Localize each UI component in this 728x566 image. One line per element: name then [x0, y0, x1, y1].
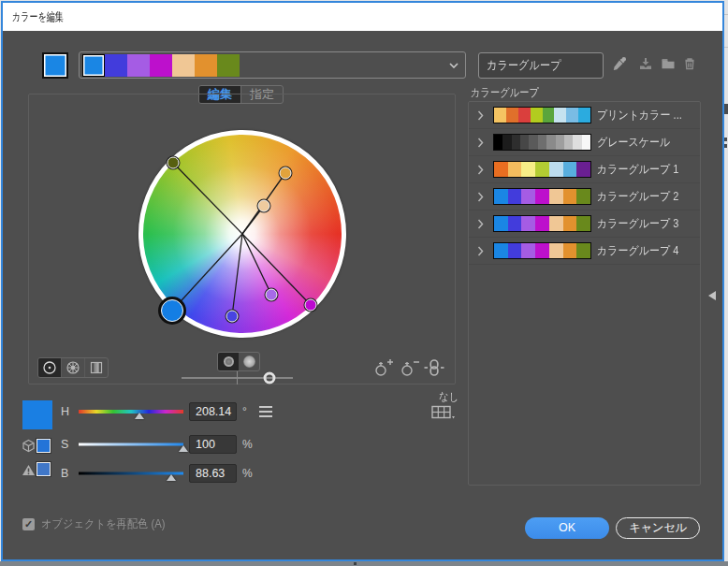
segmented-color-wheel-button[interactable] — [62, 358, 85, 377]
backdrop-mark — [724, 138, 727, 141]
eyedropper-icon[interactable] — [611, 55, 628, 72]
hsb-slider-track[interactable] — [79, 410, 183, 414]
harmony-color-chip[interactable] — [172, 54, 195, 77]
color-marker[interactable] — [280, 167, 292, 180]
color-marker-selected[interactable] — [161, 299, 183, 322]
trash-icon[interactable] — [681, 55, 698, 72]
swatch — [549, 162, 563, 177]
swatch — [549, 189, 563, 204]
link-harmony-colors-icon[interactable] — [423, 357, 445, 378]
color-group-name: カラーグループ 4 — [597, 238, 690, 264]
swatch — [563, 243, 577, 258]
swatch — [531, 108, 543, 123]
smooth-color-wheel-button[interactable] — [38, 358, 62, 377]
chevron-right-icon[interactable] — [477, 192, 484, 202]
chevron-right-icon[interactable] — [477, 138, 484, 148]
hsb-slider-handle[interactable] — [167, 474, 176, 481]
cancel-button[interactable]: キャンセル — [616, 517, 700, 539]
color-group-name-input[interactable]: カラーグループ — [478, 52, 604, 79]
harmony-color-chip[interactable] — [195, 54, 217, 77]
chevron-right-icon[interactable] — [477, 219, 484, 229]
color-marker[interactable] — [226, 311, 239, 323]
color-group-name-value: カラーグループ — [487, 53, 561, 78]
swatch — [543, 108, 555, 123]
harmony-rule-dropdown[interactable] — [79, 51, 466, 79]
chevron-down-icon — [449, 63, 459, 68]
swatch — [502, 135, 511, 150]
hsb-slider-track[interactable] — [79, 443, 183, 445]
app-behind-bottom-sliver — [0, 561, 728, 566]
color-marker[interactable] — [258, 200, 270, 212]
color-group-name-text: カラーグループ 4 — [597, 238, 678, 264]
brightness-slider-handle[interactable] — [264, 372, 276, 385]
color-group-swatch-strip — [493, 161, 591, 178]
dialog-title: カラーを編集 — [12, 3, 64, 31]
color-group-row[interactable]: カラーグループ 2 — [469, 183, 700, 210]
color-group-name-text: グレースケール — [597, 129, 670, 155]
remove-color-icon[interactable] — [399, 357, 421, 378]
color-group-swatch-strip — [493, 215, 591, 232]
swatch — [546, 135, 555, 150]
swatch — [563, 189, 577, 204]
hsb-mode-menu-icon[interactable] — [259, 406, 272, 417]
save-color-group-icon[interactable] — [637, 55, 654, 72]
swatch — [521, 216, 535, 231]
color-bars-button[interactable] — [85, 358, 108, 377]
dialog-titlebar[interactable]: カラーを編集 — [3, 3, 722, 31]
swatch — [566, 108, 578, 123]
chevron-right-icon[interactable] — [477, 110, 484, 121]
hsb-unit-label: ° — [242, 405, 247, 418]
color-group-name: カラーグループ 3 — [597, 210, 690, 237]
color-marker[interactable] — [167, 157, 180, 169]
show-brightness-button[interactable] — [239, 353, 259, 370]
hsb-value-input[interactable]: 100 — [189, 435, 237, 454]
color-group-row[interactable]: カラーグループ 4 — [469, 238, 700, 265]
swatch — [535, 216, 549, 231]
color-marker[interactable] — [305, 299, 317, 312]
hsb-unit-label: % — [242, 467, 253, 480]
color-group-row[interactable]: グレースケール — [469, 129, 700, 156]
hsb-value-input[interactable]: 88.63 — [189, 464, 237, 483]
harmony-color-chip[interactable] — [82, 54, 105, 77]
swatch — [521, 162, 535, 177]
color-groups-heading-text: カラーグループ — [471, 85, 539, 101]
chevron-right-icon[interactable] — [477, 246, 484, 256]
folder-icon[interactable] — [660, 55, 677, 72]
harmony-color-chip[interactable] — [127, 54, 150, 77]
hsb-value-input[interactable]: 208.14 — [189, 402, 237, 421]
hsb-row-label: S — [61, 438, 68, 451]
hsb-slider-handle[interactable] — [135, 413, 144, 419]
recolor-artwork-checkbox[interactable]: ✓ — [22, 518, 35, 530]
hsb-slider-handle[interactable] — [179, 445, 188, 452]
out-of-gamut-warning-icon[interactable] — [22, 463, 36, 477]
swatch — [556, 135, 564, 150]
color-group-row[interactable]: カラーグループ 1 — [469, 156, 700, 183]
color-group-row[interactable]: プリントカラー ... — [469, 102, 700, 129]
base-color-swatch[interactable] — [42, 52, 68, 79]
dialog-body: カラーグループ 編集 指定 — [3, 31, 722, 559]
in-gamut-color-swatch[interactable] — [36, 462, 51, 476]
color-marker[interactable] — [266, 289, 278, 301]
collapse-panel-arrow-icon[interactable] — [708, 291, 716, 300]
swatch — [508, 162, 522, 177]
ok-button[interactable]: OK — [525, 517, 609, 539]
color-group-name-text: カラーグループ 3 — [597, 210, 678, 237]
swatch — [564, 135, 573, 150]
show-saturation-button[interactable] — [218, 353, 239, 370]
screen: カラーを編集 カラーグループ — [0, 0, 728, 566]
add-color-icon[interactable] — [372, 357, 395, 378]
recolor-artwork-label: オブジェクトを再配色 (A) — [41, 517, 179, 531]
limit-swatch-library-icon[interactable] — [431, 405, 456, 420]
harmony-color-chip[interactable] — [217, 54, 240, 77]
out-of-web-cube-icon[interactable] — [22, 439, 36, 453]
harmony-color-chip[interactable] — [105, 54, 127, 77]
web-safe-color-swatch[interactable] — [36, 439, 51, 453]
swatch — [494, 162, 508, 177]
harmony-color-chip[interactable] — [150, 54, 172, 77]
swatch — [518, 108, 531, 123]
chevron-right-icon[interactable] — [477, 165, 484, 175]
swatch — [508, 189, 522, 204]
swatch — [494, 108, 506, 123]
color-group-row[interactable]: カラーグループ 3 — [469, 210, 700, 238]
backdrop-line — [724, 47, 728, 48]
